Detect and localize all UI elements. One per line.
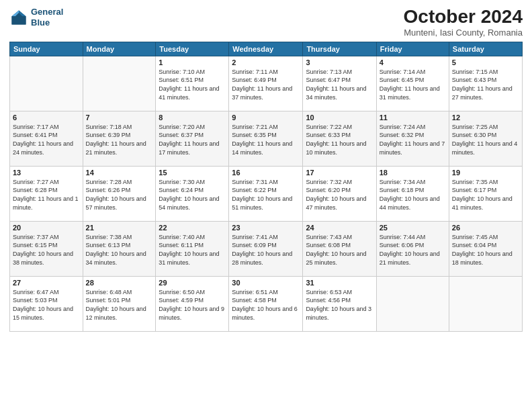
calendar-day-cell: 19Sunrise: 7:35 AM Sunset: 6:17 PM Dayli… (449, 166, 522, 221)
day-info: Sunrise: 7:34 AM Sunset: 6:18 PM Dayligh… (380, 178, 446, 212)
calendar-day-cell: 21Sunrise: 7:38 AM Sunset: 6:13 PM Dayli… (83, 221, 156, 276)
calendar-day-cell: 27Sunrise: 6:47 AM Sunset: 5:03 PM Dayli… (10, 276, 83, 331)
day-number: 6 (13, 113, 80, 122)
day-info: Sunrise: 7:18 AM Sunset: 6:39 PM Dayligh… (86, 123, 153, 156)
day-info: Sunrise: 6:51 AM Sunset: 4:58 PM Dayligh… (232, 288, 300, 322)
logo-line1: General (31, 7, 63, 17)
day-info: Sunrise: 7:35 AM Sunset: 6:17 PM Dayligh… (452, 178, 519, 212)
day-info: Sunrise: 7:44 AM Sunset: 6:06 PM Dayligh… (380, 233, 446, 267)
day-info: Sunrise: 7:21 AM Sunset: 6:35 PM Dayligh… (232, 123, 300, 156)
calendar-week-row: 6Sunrise: 7:17 AM Sunset: 6:41 PM Daylig… (10, 111, 523, 166)
calendar-day-header: Sunday (10, 42, 83, 56)
logo: General Blue (9, 7, 63, 28)
day-info: Sunrise: 7:25 AM Sunset: 6:30 PM Dayligh… (452, 123, 519, 156)
logo-line2: Blue (31, 17, 50, 28)
day-info: Sunrise: 7:20 AM Sunset: 6:37 PM Dayligh… (159, 123, 226, 156)
calendar-header-row: SundayMondayTuesdayWednesdayThursdayFrid… (10, 42, 523, 56)
day-number: 13 (13, 169, 80, 177)
day-number: 16 (232, 169, 300, 177)
calendar-day-cell (449, 276, 522, 331)
day-info: Sunrise: 7:31 AM Sunset: 6:22 PM Dayligh… (232, 178, 300, 212)
day-info: Sunrise: 7:40 AM Sunset: 6:11 PM Dayligh… (159, 233, 226, 267)
calendar-day-cell: 5Sunrise: 7:15 AM Sunset: 6:43 PM Daylig… (449, 56, 522, 111)
calendar-day-header: Tuesday (156, 42, 229, 56)
day-number: 3 (306, 58, 373, 66)
day-info: Sunrise: 7:28 AM Sunset: 6:26 PM Dayligh… (86, 178, 153, 212)
calendar-day-cell: 13Sunrise: 7:27 AM Sunset: 6:28 PM Dayli… (10, 166, 83, 221)
calendar-day-cell: 18Sunrise: 7:34 AM Sunset: 6:18 PM Dayli… (376, 166, 449, 221)
page: General Blue October 2024 Munteni, Iasi … (0, 0, 532, 411)
day-number: 22 (159, 224, 226, 232)
day-number: 7 (86, 113, 153, 122)
day-info: Sunrise: 7:14 AM Sunset: 6:45 PM Dayligh… (380, 68, 446, 101)
calendar-day-cell: 6Sunrise: 7:17 AM Sunset: 6:41 PM Daylig… (10, 111, 83, 166)
logo-icon (9, 8, 28, 27)
day-info: Sunrise: 7:17 AM Sunset: 6:41 PM Dayligh… (13, 123, 80, 156)
day-number: 23 (232, 224, 300, 232)
day-number: 21 (86, 224, 153, 232)
calendar-day-cell: 17Sunrise: 7:32 AM Sunset: 6:20 PM Dayli… (303, 166, 376, 221)
day-number: 18 (380, 169, 446, 177)
day-number: 28 (86, 279, 153, 287)
location: Munteni, Iasi County, Romania (404, 28, 523, 38)
calendar-day-cell: 9Sunrise: 7:21 AM Sunset: 6:35 PM Daylig… (229, 111, 303, 166)
calendar-day-cell: 10Sunrise: 7:22 AM Sunset: 6:33 PM Dayli… (303, 111, 376, 166)
calendar-week-row: 13Sunrise: 7:27 AM Sunset: 6:28 PM Dayli… (10, 166, 523, 221)
calendar-day-cell: 3Sunrise: 7:13 AM Sunset: 6:47 PM Daylig… (303, 56, 376, 111)
day-info: Sunrise: 7:32 AM Sunset: 6:20 PM Dayligh… (306, 178, 373, 212)
calendar-day-cell: 25Sunrise: 7:44 AM Sunset: 6:06 PM Dayli… (376, 221, 449, 276)
month-title: October 2024 (404, 7, 523, 28)
day-number: 24 (306, 224, 373, 232)
calendar-day-cell: 24Sunrise: 7:43 AM Sunset: 6:08 PM Dayli… (303, 221, 376, 276)
calendar-table: SundayMondayTuesdayWednesdayThursdayFrid… (9, 42, 523, 332)
header: General Blue October 2024 Munteni, Iasi … (9, 7, 523, 38)
day-info: Sunrise: 6:48 AM Sunset: 5:01 PM Dayligh… (86, 288, 153, 322)
calendar-day-cell: 1Sunrise: 7:10 AM Sunset: 6:51 PM Daylig… (156, 56, 229, 111)
calendar-day-cell: 30Sunrise: 6:51 AM Sunset: 4:58 PM Dayli… (229, 276, 303, 331)
title-block: October 2024 Munteni, Iasi County, Roman… (404, 7, 523, 38)
day-info: Sunrise: 7:24 AM Sunset: 6:32 PM Dayligh… (380, 123, 446, 156)
calendar-week-row: 1Sunrise: 7:10 AM Sunset: 6:51 PM Daylig… (10, 56, 523, 111)
day-number: 11 (380, 113, 446, 122)
calendar-day-header: Monday (83, 42, 156, 56)
day-number: 19 (452, 169, 519, 177)
calendar-day-cell: 7Sunrise: 7:18 AM Sunset: 6:39 PM Daylig… (83, 111, 156, 166)
calendar-day-cell (10, 56, 83, 111)
day-info: Sunrise: 7:37 AM Sunset: 6:15 PM Dayligh… (13, 233, 80, 267)
day-info: Sunrise: 6:53 AM Sunset: 4:56 PM Dayligh… (306, 288, 373, 322)
day-info: Sunrise: 7:45 AM Sunset: 6:04 PM Dayligh… (452, 233, 519, 267)
day-number: 4 (380, 58, 446, 66)
calendar-week-row: 20Sunrise: 7:37 AM Sunset: 6:15 PM Dayli… (10, 221, 523, 276)
day-number: 5 (452, 58, 519, 66)
calendar-day-cell: 20Sunrise: 7:37 AM Sunset: 6:15 PM Dayli… (10, 221, 83, 276)
calendar-day-cell: 11Sunrise: 7:24 AM Sunset: 6:32 PM Dayli… (376, 111, 449, 166)
day-info: Sunrise: 7:15 AM Sunset: 6:43 PM Dayligh… (452, 68, 519, 101)
day-info: Sunrise: 7:11 AM Sunset: 6:49 PM Dayligh… (232, 68, 300, 101)
calendar-day-cell: 12Sunrise: 7:25 AM Sunset: 6:30 PM Dayli… (449, 111, 522, 166)
calendar-day-cell: 16Sunrise: 7:31 AM Sunset: 6:22 PM Dayli… (229, 166, 303, 221)
day-info: Sunrise: 7:41 AM Sunset: 6:09 PM Dayligh… (232, 233, 300, 267)
calendar-day-cell: 14Sunrise: 7:28 AM Sunset: 6:26 PM Dayli… (83, 166, 156, 221)
calendar-day-header: Thursday (303, 42, 376, 56)
calendar-day-cell: 22Sunrise: 7:40 AM Sunset: 6:11 PM Dayli… (156, 221, 229, 276)
day-number: 30 (232, 279, 300, 287)
calendar-day-cell: 8Sunrise: 7:20 AM Sunset: 6:37 PM Daylig… (156, 111, 229, 166)
day-number: 31 (306, 279, 373, 287)
day-info: Sunrise: 7:38 AM Sunset: 6:13 PM Dayligh… (86, 233, 153, 267)
logo-text: General Blue (31, 7, 63, 28)
day-number: 27 (13, 279, 80, 287)
calendar-day-cell: 15Sunrise: 7:30 AM Sunset: 6:24 PM Dayli… (156, 166, 229, 221)
calendar-day-cell: 23Sunrise: 7:41 AM Sunset: 6:09 PM Dayli… (229, 221, 303, 276)
calendar-week-row: 27Sunrise: 6:47 AM Sunset: 5:03 PM Dayli… (10, 276, 523, 331)
day-number: 17 (306, 169, 373, 177)
calendar-day-header: Wednesday (229, 42, 303, 56)
day-number: 15 (159, 169, 226, 177)
day-number: 14 (86, 169, 153, 177)
day-number: 20 (13, 224, 80, 232)
day-info: Sunrise: 7:43 AM Sunset: 6:08 PM Dayligh… (306, 233, 373, 267)
calendar-day-cell (376, 276, 449, 331)
calendar-day-cell: 31Sunrise: 6:53 AM Sunset: 4:56 PM Dayli… (303, 276, 376, 331)
day-info: Sunrise: 7:27 AM Sunset: 6:28 PM Dayligh… (13, 178, 80, 212)
day-number: 29 (159, 279, 226, 287)
day-info: Sunrise: 6:50 AM Sunset: 4:59 PM Dayligh… (159, 288, 226, 322)
